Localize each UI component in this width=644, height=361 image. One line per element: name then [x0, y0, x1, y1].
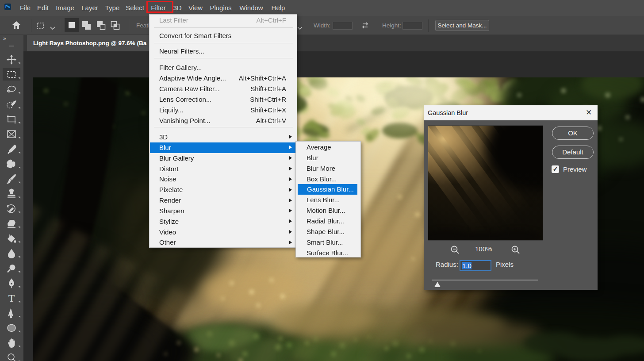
svg-text:T: T: [8, 292, 15, 304]
